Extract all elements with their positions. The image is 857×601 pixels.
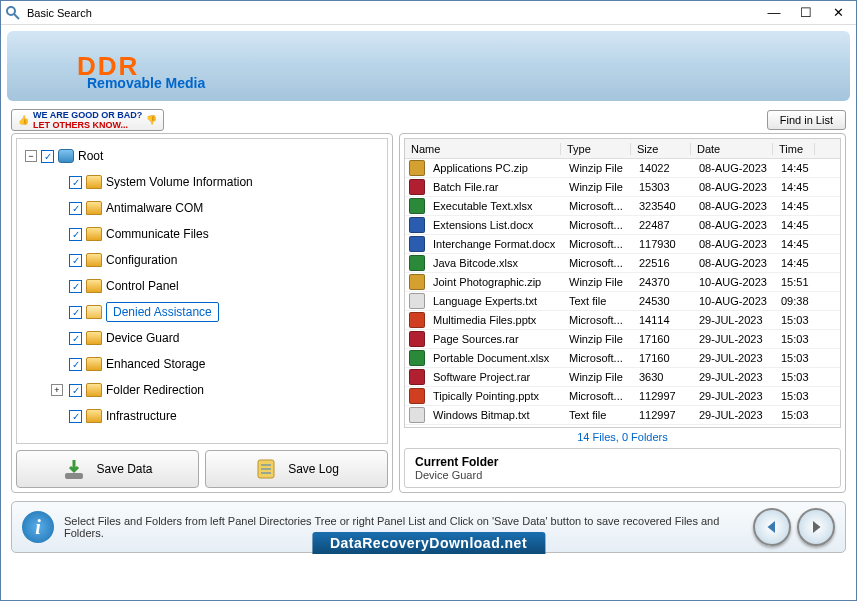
minimize-button[interactable]: — bbox=[760, 4, 788, 22]
save-data-button[interactable]: Save Data bbox=[16, 450, 199, 488]
file-time: 14:45 bbox=[775, 257, 817, 269]
file-row[interactable]: Java Bitcode.xlsxMicrosoft...2251608-AUG… bbox=[405, 254, 840, 273]
file-date: 08-AUG-2023 bbox=[693, 257, 775, 269]
checkbox[interactable]: ✓ bbox=[69, 254, 82, 267]
tree-item-label: Antimalware COM bbox=[106, 201, 203, 215]
file-date: 29-JUL-2023 bbox=[693, 409, 775, 421]
folder-tree[interactable]: −✓Root✓System Volume Information✓Antimal… bbox=[17, 139, 387, 433]
file-size: 24530 bbox=[633, 295, 693, 307]
file-time: 14:45 bbox=[775, 162, 817, 174]
file-type: Winzip File bbox=[563, 276, 633, 288]
file-size: 117930 bbox=[633, 238, 693, 250]
file-row[interactable]: Interchange Format.docxMicrosoft...11793… bbox=[405, 235, 840, 254]
checkbox[interactable]: ✓ bbox=[69, 306, 82, 319]
tree-item[interactable]: ✓System Volume Information bbox=[21, 169, 383, 195]
file-type-icon bbox=[409, 217, 425, 233]
file-time: 09:38 bbox=[775, 295, 817, 307]
svg-rect-2 bbox=[65, 473, 83, 479]
checkbox[interactable]: ✓ bbox=[69, 280, 82, 293]
close-button[interactable]: ✕ bbox=[824, 4, 852, 22]
col-time[interactable]: Time bbox=[773, 143, 815, 155]
file-time: 14:45 bbox=[775, 200, 817, 212]
next-button[interactable] bbox=[797, 508, 835, 546]
tree-item[interactable]: ✓Infrastructure bbox=[21, 403, 383, 429]
folder-icon bbox=[86, 279, 102, 293]
col-name[interactable]: Name bbox=[405, 143, 561, 155]
file-date: 29-JUL-2023 bbox=[693, 352, 775, 364]
file-time: 15:03 bbox=[775, 352, 817, 364]
checkbox[interactable]: ✓ bbox=[69, 176, 82, 189]
app-window: Basic Search — ☐ ✕ DDR Removable Media 👍… bbox=[0, 0, 857, 601]
prev-button[interactable] bbox=[753, 508, 791, 546]
checkbox[interactable]: ✓ bbox=[69, 202, 82, 215]
tree-root[interactable]: −✓Root bbox=[21, 143, 383, 169]
file-row[interactable]: Joint Photographic.zipWinzip File2437010… bbox=[405, 273, 840, 292]
col-size[interactable]: Size bbox=[631, 143, 691, 155]
tree-item[interactable]: ✓Configuration bbox=[21, 247, 383, 273]
file-row[interactable]: Batch File.rarWinzip File1530308-AUG-202… bbox=[405, 178, 840, 197]
file-size: 112997 bbox=[633, 409, 693, 421]
banner-subtitle: Removable Media bbox=[87, 75, 205, 91]
file-type: Microsoft... bbox=[563, 352, 633, 364]
file-list-header[interactable]: Name Type Size Date Time bbox=[405, 139, 840, 159]
file-name: Extensions List.docx bbox=[427, 219, 563, 231]
file-time: 15:03 bbox=[775, 390, 817, 402]
checkbox[interactable]: ✓ bbox=[69, 410, 82, 423]
save-data-label: Save Data bbox=[96, 462, 152, 476]
file-name: Page Sources.rar bbox=[427, 333, 563, 345]
file-size: 17160 bbox=[633, 352, 693, 364]
file-row[interactable]: Executable Text.xlsxMicrosoft...32354008… bbox=[405, 197, 840, 216]
tree-item[interactable]: +✓Folder Redirection bbox=[21, 377, 383, 403]
file-date: 29-JUL-2023 bbox=[693, 314, 775, 326]
file-row[interactable]: Applications PC.zipWinzip File1402208-AU… bbox=[405, 159, 840, 178]
file-time: 15:03 bbox=[775, 371, 817, 383]
file-list[interactable]: Name Type Size Date Time Applications PC… bbox=[404, 138, 841, 428]
file-date: 29-JUL-2023 bbox=[693, 390, 775, 402]
file-date: 08-AUG-2023 bbox=[693, 219, 775, 231]
find-in-list-button[interactable]: Find in List bbox=[767, 110, 846, 130]
tree-item[interactable]: ✓Communicate Files bbox=[21, 221, 383, 247]
file-name: Joint Photographic.zip bbox=[427, 276, 563, 288]
tree-item[interactable]: ✓Denied Assistance bbox=[21, 299, 383, 325]
checkbox[interactable]: ✓ bbox=[69, 358, 82, 371]
checkbox[interactable]: ✓ bbox=[69, 384, 82, 397]
file-row[interactable]: Tipically Pointing.pptxMicrosoft...11299… bbox=[405, 387, 840, 406]
current-folder-box: Current Folder Device Guard bbox=[404, 448, 841, 488]
file-row[interactable]: Portable Document.xlsxMicrosoft...171602… bbox=[405, 349, 840, 368]
file-row[interactable]: Language Experts.txtText file2453010-AUG… bbox=[405, 292, 840, 311]
file-type: Microsoft... bbox=[563, 219, 633, 231]
file-date: 29-JUL-2023 bbox=[693, 371, 775, 383]
tree-item-label: Enhanced Storage bbox=[106, 357, 205, 371]
col-date[interactable]: Date bbox=[691, 143, 773, 155]
file-row[interactable]: Windows Bitmap.txtText file11299729-JUL-… bbox=[405, 406, 840, 425]
save-log-button[interactable]: Save Log bbox=[205, 450, 388, 488]
file-type-icon bbox=[409, 312, 425, 328]
tree-item[interactable]: ✓Control Panel bbox=[21, 273, 383, 299]
maximize-button[interactable]: ☐ bbox=[792, 4, 820, 22]
file-size: 3630 bbox=[633, 371, 693, 383]
file-row[interactable]: Multimedia Files.pptxMicrosoft...1411429… bbox=[405, 311, 840, 330]
checkbox[interactable]: ✓ bbox=[41, 150, 54, 163]
file-date: 08-AUG-2023 bbox=[693, 200, 775, 212]
feedback-button[interactable]: 👍 WE ARE GOOD OR BAD? LET OTHERS KNOW...… bbox=[11, 109, 164, 131]
file-name: Interchange Format.docx bbox=[427, 238, 563, 250]
tree-item[interactable]: ✓Enhanced Storage bbox=[21, 351, 383, 377]
tree-item[interactable]: ✓Antimalware COM bbox=[21, 195, 383, 221]
expand-icon[interactable]: + bbox=[51, 384, 63, 396]
feedback-line2: LET OTHERS KNOW... bbox=[33, 120, 142, 130]
tree-item[interactable]: ✓Device Guard bbox=[21, 325, 383, 351]
col-type[interactable]: Type bbox=[561, 143, 631, 155]
file-type: Winzip File bbox=[563, 371, 633, 383]
file-row[interactable]: Page Sources.rarWinzip File1716029-JUL-2… bbox=[405, 330, 840, 349]
file-date: 08-AUG-2023 bbox=[693, 181, 775, 193]
file-date: 29-JUL-2023 bbox=[693, 333, 775, 345]
checkbox[interactable]: ✓ bbox=[69, 332, 82, 345]
file-type-icon bbox=[409, 350, 425, 366]
app-icon bbox=[5, 5, 21, 21]
file-type: Microsoft... bbox=[563, 390, 633, 402]
collapse-icon[interactable]: − bbox=[25, 150, 37, 162]
file-row[interactable]: Extensions List.docxMicrosoft...2248708-… bbox=[405, 216, 840, 235]
checkbox[interactable]: ✓ bbox=[69, 228, 82, 241]
folder-icon bbox=[86, 383, 102, 397]
file-row[interactable]: Software Project.rarWinzip File363029-JU… bbox=[405, 368, 840, 387]
